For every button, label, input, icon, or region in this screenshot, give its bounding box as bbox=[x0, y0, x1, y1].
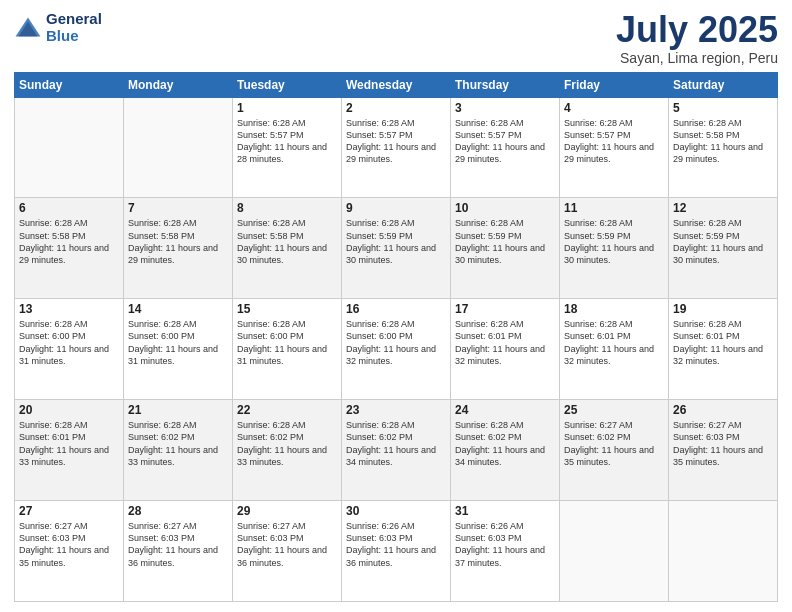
calendar-week-row: 13Sunrise: 6:28 AMSunset: 6:00 PMDayligh… bbox=[15, 299, 778, 400]
cell-info: Sunrise: 6:27 AMSunset: 6:03 PMDaylight:… bbox=[237, 520, 337, 569]
table-row: 18Sunrise: 6:28 AMSunset: 6:01 PMDayligh… bbox=[560, 299, 669, 400]
calendar-week-row: 20Sunrise: 6:28 AMSunset: 6:01 PMDayligh… bbox=[15, 400, 778, 501]
table-row: 1Sunrise: 6:28 AMSunset: 5:57 PMDaylight… bbox=[233, 97, 342, 198]
header: General Blue July 2025 Sayan, Lima regio… bbox=[14, 10, 778, 66]
table-row: 12Sunrise: 6:28 AMSunset: 5:59 PMDayligh… bbox=[669, 198, 778, 299]
cell-info: Sunrise: 6:28 AMSunset: 5:58 PMDaylight:… bbox=[237, 217, 337, 266]
table-row: 13Sunrise: 6:28 AMSunset: 6:00 PMDayligh… bbox=[15, 299, 124, 400]
day-number: 1 bbox=[237, 101, 337, 115]
cell-info: Sunrise: 6:28 AMSunset: 5:58 PMDaylight:… bbox=[19, 217, 119, 266]
day-number: 9 bbox=[346, 201, 446, 215]
day-number: 25 bbox=[564, 403, 664, 417]
day-number: 27 bbox=[19, 504, 119, 518]
day-number: 30 bbox=[346, 504, 446, 518]
day-number: 19 bbox=[673, 302, 773, 316]
calendar-header-row: Sunday Monday Tuesday Wednesday Thursday… bbox=[15, 72, 778, 97]
day-number: 10 bbox=[455, 201, 555, 215]
table-row: 10Sunrise: 6:28 AMSunset: 5:59 PMDayligh… bbox=[451, 198, 560, 299]
table-row bbox=[669, 501, 778, 602]
logo-text: General Blue bbox=[46, 10, 102, 44]
cell-info: Sunrise: 6:27 AMSunset: 6:03 PMDaylight:… bbox=[128, 520, 228, 569]
cell-info: Sunrise: 6:28 AMSunset: 5:57 PMDaylight:… bbox=[346, 117, 446, 166]
day-number: 5 bbox=[673, 101, 773, 115]
col-wednesday: Wednesday bbox=[342, 72, 451, 97]
cell-info: Sunrise: 6:28 AMSunset: 6:00 PMDaylight:… bbox=[237, 318, 337, 367]
col-tuesday: Tuesday bbox=[233, 72, 342, 97]
col-friday: Friday bbox=[560, 72, 669, 97]
table-row: 7Sunrise: 6:28 AMSunset: 5:58 PMDaylight… bbox=[124, 198, 233, 299]
table-row: 2Sunrise: 6:28 AMSunset: 5:57 PMDaylight… bbox=[342, 97, 451, 198]
calendar-week-row: 6Sunrise: 6:28 AMSunset: 5:58 PMDaylight… bbox=[15, 198, 778, 299]
cell-info: Sunrise: 6:26 AMSunset: 6:03 PMDaylight:… bbox=[455, 520, 555, 569]
col-thursday: Thursday bbox=[451, 72, 560, 97]
cell-info: Sunrise: 6:28 AMSunset: 6:01 PMDaylight:… bbox=[19, 419, 119, 468]
cell-info: Sunrise: 6:28 AMSunset: 6:02 PMDaylight:… bbox=[455, 419, 555, 468]
logo: General Blue bbox=[14, 10, 102, 44]
cell-info: Sunrise: 6:28 AMSunset: 6:01 PMDaylight:… bbox=[564, 318, 664, 367]
cell-info: Sunrise: 6:28 AMSunset: 5:58 PMDaylight:… bbox=[128, 217, 228, 266]
table-row: 3Sunrise: 6:28 AMSunset: 5:57 PMDaylight… bbox=[451, 97, 560, 198]
table-row: 22Sunrise: 6:28 AMSunset: 6:02 PMDayligh… bbox=[233, 400, 342, 501]
col-saturday: Saturday bbox=[669, 72, 778, 97]
logo-icon bbox=[14, 16, 42, 38]
day-number: 24 bbox=[455, 403, 555, 417]
table-row: 25Sunrise: 6:27 AMSunset: 6:02 PMDayligh… bbox=[560, 400, 669, 501]
cell-info: Sunrise: 6:28 AMSunset: 5:58 PMDaylight:… bbox=[673, 117, 773, 166]
day-number: 26 bbox=[673, 403, 773, 417]
cell-info: Sunrise: 6:28 AMSunset: 6:01 PMDaylight:… bbox=[455, 318, 555, 367]
cell-info: Sunrise: 6:28 AMSunset: 6:00 PMDaylight:… bbox=[346, 318, 446, 367]
day-number: 12 bbox=[673, 201, 773, 215]
table-row: 9Sunrise: 6:28 AMSunset: 5:59 PMDaylight… bbox=[342, 198, 451, 299]
day-number: 22 bbox=[237, 403, 337, 417]
day-number: 11 bbox=[564, 201, 664, 215]
cell-info: Sunrise: 6:28 AMSunset: 5:59 PMDaylight:… bbox=[564, 217, 664, 266]
cell-info: Sunrise: 6:28 AMSunset: 6:00 PMDaylight:… bbox=[19, 318, 119, 367]
table-row: 15Sunrise: 6:28 AMSunset: 6:00 PMDayligh… bbox=[233, 299, 342, 400]
day-number: 31 bbox=[455, 504, 555, 518]
table-row: 4Sunrise: 6:28 AMSunset: 5:57 PMDaylight… bbox=[560, 97, 669, 198]
table-row: 23Sunrise: 6:28 AMSunset: 6:02 PMDayligh… bbox=[342, 400, 451, 501]
day-number: 17 bbox=[455, 302, 555, 316]
cell-info: Sunrise: 6:28 AMSunset: 6:02 PMDaylight:… bbox=[128, 419, 228, 468]
page: General Blue July 2025 Sayan, Lima regio… bbox=[0, 0, 792, 612]
cell-info: Sunrise: 6:27 AMSunset: 6:03 PMDaylight:… bbox=[673, 419, 773, 468]
day-number: 18 bbox=[564, 302, 664, 316]
cell-info: Sunrise: 6:28 AMSunset: 5:57 PMDaylight:… bbox=[455, 117, 555, 166]
table-row: 5Sunrise: 6:28 AMSunset: 5:58 PMDaylight… bbox=[669, 97, 778, 198]
day-number: 7 bbox=[128, 201, 228, 215]
table-row: 19Sunrise: 6:28 AMSunset: 6:01 PMDayligh… bbox=[669, 299, 778, 400]
location: Sayan, Lima region, Peru bbox=[616, 50, 778, 66]
day-number: 15 bbox=[237, 302, 337, 316]
table-row bbox=[15, 97, 124, 198]
calendar-week-row: 1Sunrise: 6:28 AMSunset: 5:57 PMDaylight… bbox=[15, 97, 778, 198]
cell-info: Sunrise: 6:27 AMSunset: 6:02 PMDaylight:… bbox=[564, 419, 664, 468]
table-row: 6Sunrise: 6:28 AMSunset: 5:58 PMDaylight… bbox=[15, 198, 124, 299]
table-row: 17Sunrise: 6:28 AMSunset: 6:01 PMDayligh… bbox=[451, 299, 560, 400]
cell-info: Sunrise: 6:28 AMSunset: 6:02 PMDaylight:… bbox=[237, 419, 337, 468]
table-row: 24Sunrise: 6:28 AMSunset: 6:02 PMDayligh… bbox=[451, 400, 560, 501]
cell-info: Sunrise: 6:28 AMSunset: 5:59 PMDaylight:… bbox=[455, 217, 555, 266]
cell-info: Sunrise: 6:28 AMSunset: 5:57 PMDaylight:… bbox=[564, 117, 664, 166]
table-row: 31Sunrise: 6:26 AMSunset: 6:03 PMDayligh… bbox=[451, 501, 560, 602]
day-number: 21 bbox=[128, 403, 228, 417]
table-row: 20Sunrise: 6:28 AMSunset: 6:01 PMDayligh… bbox=[15, 400, 124, 501]
cell-info: Sunrise: 6:28 AMSunset: 5:59 PMDaylight:… bbox=[346, 217, 446, 266]
day-number: 14 bbox=[128, 302, 228, 316]
table-row: 11Sunrise: 6:28 AMSunset: 5:59 PMDayligh… bbox=[560, 198, 669, 299]
day-number: 4 bbox=[564, 101, 664, 115]
day-number: 16 bbox=[346, 302, 446, 316]
col-monday: Monday bbox=[124, 72, 233, 97]
cell-info: Sunrise: 6:28 AMSunset: 6:00 PMDaylight:… bbox=[128, 318, 228, 367]
col-sunday: Sunday bbox=[15, 72, 124, 97]
calendar-table: Sunday Monday Tuesday Wednesday Thursday… bbox=[14, 72, 778, 602]
table-row: 14Sunrise: 6:28 AMSunset: 6:00 PMDayligh… bbox=[124, 299, 233, 400]
table-row: 26Sunrise: 6:27 AMSunset: 6:03 PMDayligh… bbox=[669, 400, 778, 501]
table-row: 30Sunrise: 6:26 AMSunset: 6:03 PMDayligh… bbox=[342, 501, 451, 602]
month-title: July 2025 bbox=[616, 10, 778, 50]
day-number: 8 bbox=[237, 201, 337, 215]
title-block: July 2025 Sayan, Lima region, Peru bbox=[616, 10, 778, 66]
cell-info: Sunrise: 6:26 AMSunset: 6:03 PMDaylight:… bbox=[346, 520, 446, 569]
table-row: 29Sunrise: 6:27 AMSunset: 6:03 PMDayligh… bbox=[233, 501, 342, 602]
day-number: 3 bbox=[455, 101, 555, 115]
day-number: 2 bbox=[346, 101, 446, 115]
